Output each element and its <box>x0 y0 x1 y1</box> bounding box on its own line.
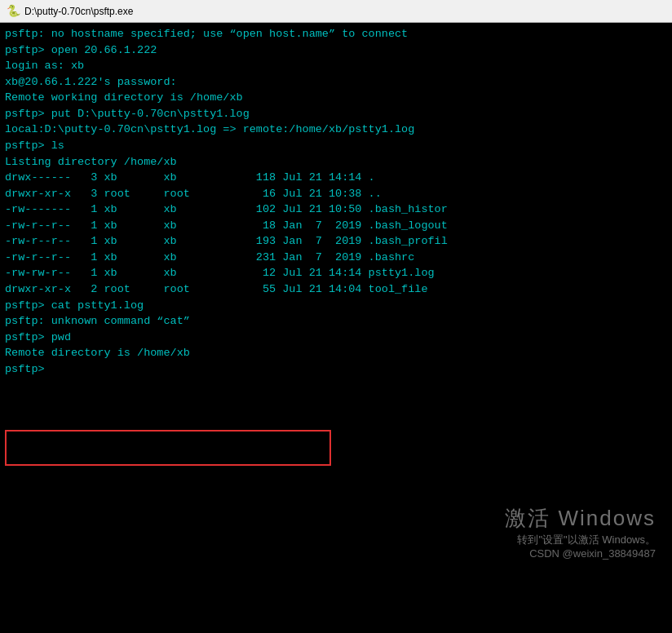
terminal-line: -rw-r--r-- 1 xb xb 193 Jan 7 2019 .bash_… <box>5 233 667 250</box>
terminal-line: psftp> <box>5 361 667 378</box>
terminal-line: drwxr-xr-x 2 root root 55 Jul 21 14:04 t… <box>5 281 667 298</box>
terminal-line: drwxr-xr-x 3 root root 16 Jul 21 10:38 .… <box>5 186 667 202</box>
terminal-output: psftp: no hostname specified; use “open … <box>5 26 667 377</box>
terminal-line: local:D:\putty-0.70cn\pstty1.log => remo… <box>5 122 667 138</box>
terminal-line: psftp: unknown command “cat” <box>5 313 667 330</box>
watermark-main-text: 激活 Windows <box>505 504 656 533</box>
app-icon: 🐍 <box>7 5 20 18</box>
main-window: 🐍 D:\putty-0.70cn\psftp.exe psftp: no ho… <box>0 0 672 633</box>
title-bar: 🐍 D:\putty-0.70cn\psftp.exe <box>0 0 672 23</box>
terminal-line: psftp> pwd <box>5 330 667 346</box>
terminal-line: psftp> cat pstty1.log <box>5 298 667 314</box>
title-bar-text: D:\putty-0.70cn\psftp.exe <box>24 6 133 17</box>
terminal-line: psftp> ls <box>5 138 667 154</box>
terminal-line: psftp> open 20.66.1.222 <box>5 42 667 59</box>
terminal-line: Remote working directory is /home/xb <box>5 90 667 106</box>
highlight-box <box>5 430 331 466</box>
watermark-csdn-text: CSDN @weixin_38849487 <box>505 547 656 560</box>
terminal-line: -rw-rw-r-- 1 xb xb 12 Jul 21 14:14 pstty… <box>5 265 667 281</box>
terminal-line: psftp: no hostname specified; use “open … <box>5 26 667 42</box>
terminal-line: -rw------- 1 xb xb 102 Jul 21 10:50 .bas… <box>5 201 667 218</box>
terminal-line: login as: xb <box>5 58 667 74</box>
watermark: 激活 Windows 转到"设置"以激活 Windows。 CSDN @weix… <box>505 504 656 560</box>
terminal-line: drwx------ 3 xb xb 118 Jul 21 14:14 . <box>5 170 667 186</box>
terminal-line: psftp> put D:\putty-0.70cn\pstty1.log <box>5 106 667 122</box>
terminal-line: xb@20.66.1.222's password: <box>5 74 667 91</box>
terminal-line: Listing directory /home/xb <box>5 154 667 170</box>
terminal-line: -rw-r--r-- 1 xb xb 18 Jan 7 2019 .bash_l… <box>5 218 667 234</box>
terminal-line: -rw-r--r-- 1 xb xb 231 Jan 7 2019 .bashr… <box>5 250 667 266</box>
watermark-sub-text: 转到"设置"以激活 Windows。 <box>505 533 656 547</box>
terminal-window[interactable]: psftp: no hostname specified; use “open … <box>0 23 672 633</box>
terminal-line: Remote directory is /home/xb <box>5 345 667 361</box>
